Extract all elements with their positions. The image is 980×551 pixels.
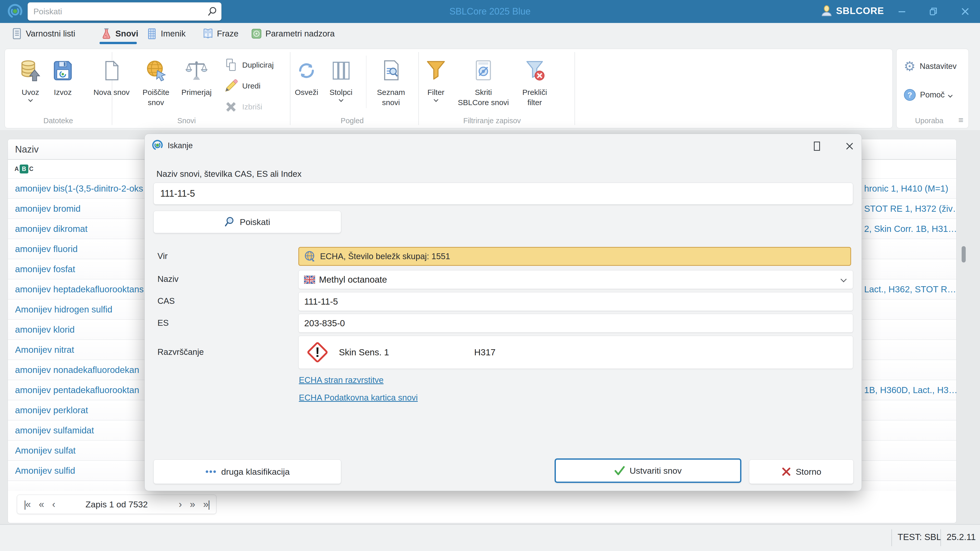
columns-button[interactable]: Stolpci [322, 56, 360, 101]
create-substance-button[interactable]: Ustvariti snov [555, 458, 741, 483]
button-label: Primerjaj [181, 87, 212, 97]
close-button[interactable] [956, 5, 974, 18]
es-value: 203-835-0 [304, 318, 345, 328]
group-label: Uporaba [915, 117, 943, 125]
flask-icon [101, 28, 112, 40]
cas-field[interactable]: 111-11-5 [298, 292, 853, 311]
cas-label: CAS [158, 296, 175, 306]
refresh-button[interactable]: Osveži [287, 56, 326, 97]
substance-name: amonijev heptadekafluorooktans [15, 284, 144, 294]
chevron-down-icon [434, 97, 438, 102]
restore-button[interactable] [924, 5, 943, 18]
chevron-down-icon [28, 97, 33, 102]
hide-sblcore-substances-button[interactable]: SkritiSBLCore snovi [454, 56, 513, 108]
record-counter: Zapis 1 od 7532 [63, 499, 170, 510]
book-icon [203, 28, 213, 40]
substance-name: Amonijev hidrogen sulfid [15, 304, 112, 314]
minimize-icon [897, 6, 907, 17]
dialog-search-button[interactable]: Poiskati [153, 211, 341, 233]
export-button[interactable]: Izvoz [44, 56, 82, 97]
vertical-scrollbar-thumb[interactable] [962, 246, 966, 262]
ghs07-pictogram-icon: ! [305, 340, 330, 365]
fast-prev-button[interactable]: « [39, 499, 43, 510]
chevron-down-icon [339, 97, 343, 102]
new-document-icon [100, 59, 123, 83]
classification-text: Lact., H362, STOT R… [864, 284, 956, 294]
substance-name: amonijev dikromat [15, 224, 88, 234]
fast-next-button[interactable]: » [190, 499, 194, 510]
compare-button[interactable]: Primerjaj [177, 56, 216, 97]
button-label: Ustvariti snov [630, 466, 682, 476]
tab-label: Fraze [217, 29, 239, 38]
version-label: 25.2.11 [947, 532, 976, 542]
search-icon[interactable] [207, 6, 217, 17]
tab-snovi[interactable]: Snovi [101, 23, 138, 44]
edit-button[interactable]: Uredi [224, 78, 261, 94]
cas-value: 111-11-5 [304, 297, 338, 306]
substance-name: amonijev fosfat [15, 264, 75, 274]
group-label: Filtriranje zapisov [463, 117, 521, 125]
global-search-input[interactable] [33, 3, 202, 21]
tab-fraze[interactable]: Fraze [203, 23, 239, 44]
ribbon-main-panel: Uvoz Izvoz Datoteke Nova snov [5, 49, 893, 128]
chevron-down-icon [840, 276, 846, 282]
group-label: Datoteke [43, 117, 73, 125]
substance-name: amonijev bis(1-(3,5-dinitro-2-oks [15, 183, 143, 194]
globe-icon [304, 251, 316, 262]
es-field[interactable]: 203-835-0 [298, 314, 853, 333]
cancel-filter-button[interactable]: Prekličifilter [515, 56, 554, 108]
user-account[interactable]: SBLCORE [821, 5, 884, 17]
dialog-maximize-button[interactable] [811, 141, 822, 152]
cancel-button[interactable]: Storno [749, 459, 854, 484]
hidden-eye-icon [472, 59, 495, 83]
button-label: Izvoz [54, 87, 72, 97]
status-separator [940, 529, 941, 546]
classification-text: STOT RE 1, H372 (živ… [864, 203, 956, 214]
help-button[interactable]: ? Pomoč [904, 89, 952, 101]
tab-varnostni-listi[interactable]: Varnostni listi [11, 23, 75, 44]
tab-label: Varnostni listi [26, 29, 75, 38]
button-label: Stolpci [329, 87, 352, 97]
duplicate-icon [224, 58, 238, 72]
prev-page-button[interactable]: ‹ [52, 499, 55, 510]
last-page-button[interactable]: »| [203, 499, 210, 510]
panel-menu-icon[interactable]: ≡ [958, 115, 963, 125]
duplicate-button[interactable]: Dupliciraj [224, 57, 274, 73]
filter-button[interactable]: Filter [417, 56, 455, 101]
dialog-close-button[interactable] [844, 141, 855, 152]
substance-list-button[interactable]: Seznamsnovi [372, 56, 410, 108]
minimize-button[interactable] [893, 5, 911, 18]
first-page-button[interactable]: |« [24, 499, 30, 510]
svg-text:?: ? [907, 91, 912, 99]
name-combobox[interactable]: Methyl octanoate [298, 270, 853, 289]
building-icon [146, 28, 157, 40]
button-label: Nastavitev [920, 62, 957, 71]
hazard-class-name: Skin Sens. 1 [339, 347, 474, 357]
tab-imenik[interactable]: Imenik [146, 23, 186, 44]
next-page-button[interactable]: › [179, 499, 181, 510]
delete-button[interactable]: Izbriši [224, 98, 262, 115]
dialog-search-input[interactable] [153, 183, 853, 205]
environment-label: TEST: SBL [897, 532, 941, 542]
echa-classification-link[interactable]: ECHA stran razvrstitve [299, 375, 383, 385]
app-logo-icon [6, 3, 24, 20]
active-tab-indicator [100, 42, 137, 44]
substance-name: amonijev perklorat [15, 405, 88, 415]
other-classification-button[interactable]: druga klasifikacija [153, 459, 341, 484]
find-substance-button[interactable]: Poiščitesnov [137, 56, 175, 108]
tab-parametri-nadzora[interactable]: Parametri nadzora [251, 23, 334, 44]
substance-name: amonijev nonadekafluorodekan [15, 365, 139, 375]
new-substance-button[interactable]: Nova snov [92, 56, 130, 97]
pencil-icon [224, 79, 238, 93]
button-label: SkritiSBLCore snovi [458, 87, 509, 108]
gear-icon: ⚙ [904, 60, 916, 73]
substance-name: Amonijev nitrat [15, 345, 74, 355]
substance-name: Amonijev sulfid [15, 465, 75, 476]
settings-button[interactable]: ⚙ Nastavitev [904, 60, 956, 73]
source-result-bar[interactable]: ECHA, Število beležk skupaj: 1551 [298, 247, 851, 266]
chevron-down-icon [948, 93, 953, 97]
echa-datasheet-link[interactable]: ECHA Podatkovna kartica snovi [299, 393, 418, 403]
search-field-label: Naziv snovi, številka CAS, ES ali Index [156, 169, 302, 179]
list-search-icon [380, 59, 402, 83]
classification-text: 1B, H360D, Lact., H3… [864, 385, 956, 395]
